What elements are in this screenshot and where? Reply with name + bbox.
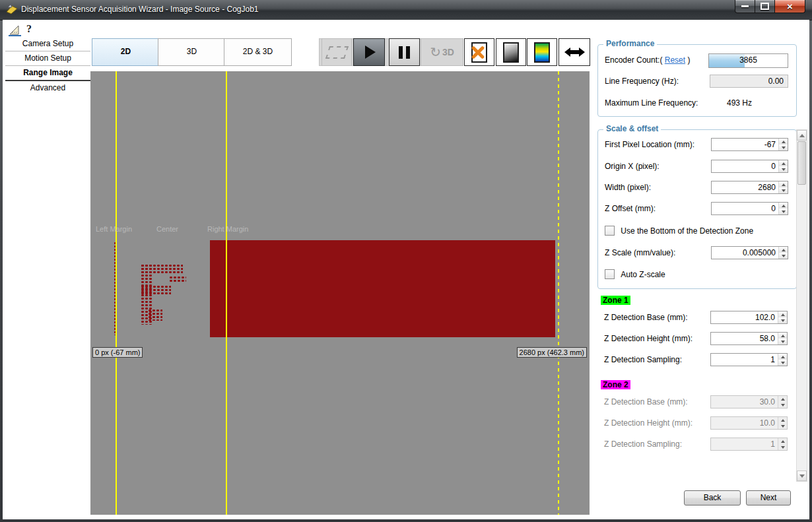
spinner xyxy=(778,354,787,366)
app-icon xyxy=(6,4,18,16)
auto-z-scale-checkbox[interactable] xyxy=(605,269,615,279)
spin-up-button xyxy=(778,396,787,402)
zone2-sampling-label: Z Detection Sampling: xyxy=(604,438,682,451)
encoder-label-prefix: Encoder Count:( xyxy=(605,55,665,65)
spin-up-button[interactable] xyxy=(779,139,788,145)
reset-link[interactable]: Reset xyxy=(665,55,685,65)
spinner xyxy=(778,139,788,150)
spin-up-button[interactable] xyxy=(778,311,787,317)
refresh-3d-icon: ↻ xyxy=(430,46,441,59)
right-margin-label: Right Margin xyxy=(207,225,248,233)
next-button[interactable]: Next xyxy=(746,490,791,506)
zone1-group: Zone 1 Z Detection Base (mm): 102.0 Z De… xyxy=(597,296,795,368)
z-scale-input[interactable]: 0.005000 xyxy=(711,246,788,259)
grayscale-palette-button[interactable] xyxy=(496,38,526,66)
close-button[interactable]: × xyxy=(774,0,805,13)
field-value: -67 xyxy=(712,139,778,150)
zone1-base-label: Z Detection Base (mm): xyxy=(604,311,688,324)
z-scale-row: Z Scale (mm/value): 0.005000 xyxy=(605,246,788,259)
spinner xyxy=(778,247,788,259)
spin-up-button[interactable] xyxy=(779,160,788,166)
zone1-height-label: Z Detection Height (mm): xyxy=(604,332,693,345)
spin-up-button[interactable] xyxy=(778,333,787,339)
minimize-icon xyxy=(741,5,749,7)
zone1-height-input[interactable]: 58.0 xyxy=(710,332,788,345)
spin-down-button[interactable] xyxy=(779,187,788,193)
zone1-base-row: Z Detection Base (mm): 102.0 xyxy=(604,311,788,324)
first-pixel-location-input[interactable]: -67 xyxy=(711,138,788,151)
spin-down-button[interactable] xyxy=(779,166,788,172)
spin-down-button xyxy=(778,444,787,450)
color-palette-button[interactable] xyxy=(527,38,557,66)
zone1-base-input[interactable]: 102.0 xyxy=(710,311,788,324)
max-line-frequency-row: Maximum Line Frequency: 493 Hz xyxy=(605,96,788,110)
spin-up-button[interactable] xyxy=(778,354,787,360)
scrollbar-thumb[interactable] xyxy=(797,141,806,185)
refresh-3d-button[interactable]: ↻ 3D xyxy=(421,38,463,66)
clear-image-icon xyxy=(471,42,487,63)
spinner xyxy=(778,333,787,344)
help-icon[interactable]: ? xyxy=(26,23,32,35)
sidebar-item-advanced[interactable]: Advanced xyxy=(5,81,90,95)
origin-x-input[interactable]: 0 xyxy=(711,160,788,173)
use-bottom-checkbox-label: Use the Bottom of the Detection Zone xyxy=(621,226,753,236)
right-margin-line[interactable] xyxy=(558,71,559,515)
spin-down-button xyxy=(778,402,787,408)
width-pixel-row: Width (pixel): 2680 xyxy=(605,181,788,194)
scrollbar-down-button[interactable] xyxy=(797,471,807,481)
tab-3d[interactable]: 3D xyxy=(158,38,226,66)
sidebar-item-label: Motion Setup xyxy=(24,53,71,63)
width-pixel-input[interactable]: 2680 xyxy=(711,181,788,194)
scale-offset-group-title: Scale & offset xyxy=(603,124,661,133)
performance-group-title: Performance xyxy=(603,39,657,48)
origin-x-label: Origin X (pixel): xyxy=(605,160,660,173)
encoder-count-row: Encoder Count:( Reset ) 3865 xyxy=(605,53,788,67)
spin-down-button[interactable] xyxy=(778,360,787,366)
acquire-region-button[interactable] xyxy=(321,38,352,66)
minimize-button[interactable] xyxy=(735,0,755,13)
spinner xyxy=(778,181,788,193)
acquire-region-icon xyxy=(325,46,348,59)
pause-icon xyxy=(399,46,410,59)
spin-up-button[interactable] xyxy=(779,247,788,253)
zone1-sampling-input[interactable]: 1 xyxy=(710,353,788,366)
maximize-button[interactable] xyxy=(755,0,774,13)
sidebar-item-motion-setup[interactable]: Motion Setup xyxy=(5,51,90,66)
titlebar: Displacement Sensor Acquisition Wizard -… xyxy=(0,0,812,20)
center-line[interactable] xyxy=(226,71,227,515)
tab-2d-and-3d[interactable]: 2D & 3D xyxy=(224,38,292,66)
range-data-blob xyxy=(148,309,162,321)
clear-image-button[interactable] xyxy=(464,38,494,66)
back-button[interactable]: Back xyxy=(684,490,741,506)
range-image-viewer[interactable]: Left Margin Center Right Margin 0 px (-6… xyxy=(90,71,590,515)
sidebar-item-range-image[interactable]: Range Image xyxy=(5,66,90,81)
use-bottom-checkbox[interactable] xyxy=(605,226,615,236)
scrollbar-up-button[interactable] xyxy=(797,130,807,141)
use-bottom-row: Use the Bottom of the Detection Zone xyxy=(605,226,788,239)
panel-scrollbar[interactable] xyxy=(796,129,807,482)
spin-down-button[interactable] xyxy=(778,317,787,323)
zone1-sampling-label: Z Detection Sampling: xyxy=(604,353,682,366)
sidebar-item-camera-setup[interactable]: Camera Setup xyxy=(5,37,90,51)
fit-width-button[interactable] xyxy=(558,38,590,66)
z-offset-input[interactable]: 0 xyxy=(711,202,788,215)
pause-button[interactable] xyxy=(389,38,420,66)
zone2-base-row: Z Detection Base (mm): 30.0 xyxy=(604,395,788,408)
left-margin-line[interactable] xyxy=(116,71,117,515)
spin-down-button[interactable] xyxy=(779,253,788,259)
measure-tool-icon[interactable] xyxy=(8,24,22,38)
spin-down-button xyxy=(778,423,787,429)
spin-up-button[interactable] xyxy=(779,181,788,187)
spin-down-button[interactable] xyxy=(778,339,787,344)
field-value: 10.0 xyxy=(711,417,778,429)
chevron-up-icon xyxy=(799,134,805,137)
spin-down-button[interactable] xyxy=(779,145,788,150)
field-value: 1 xyxy=(711,438,778,450)
tab-2d[interactable]: 2D xyxy=(92,38,160,66)
field-value: 2680 xyxy=(712,181,778,193)
z-scale-label: Z Scale (mm/value): xyxy=(605,246,675,259)
spin-down-button[interactable] xyxy=(779,209,788,214)
spin-up-button[interactable] xyxy=(779,203,788,209)
run-button[interactable] xyxy=(353,38,385,66)
close-icon: × xyxy=(787,1,793,11)
